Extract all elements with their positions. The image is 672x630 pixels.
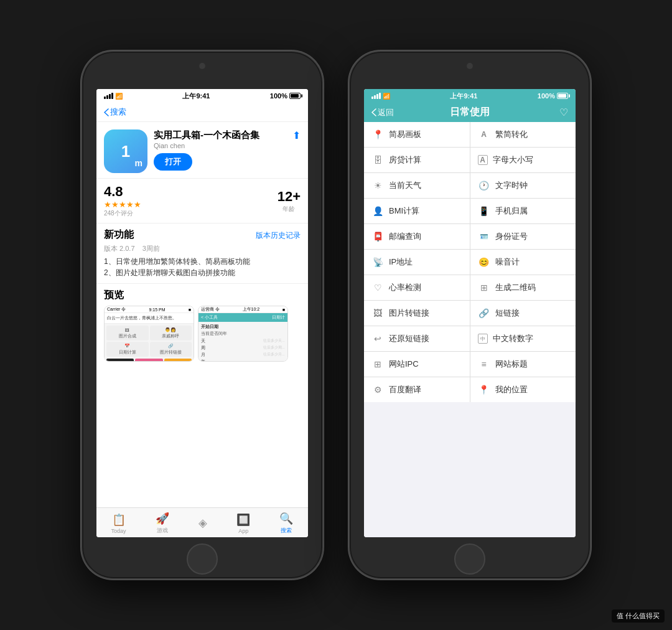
tools-grid: 📍 简易画板 A 繁简转化 🗄 房贷计算 A 字母大小写 ☀ 当前天 <box>364 122 576 402</box>
changelog-item-1: 1、日常使用增加繁简体转换、简易画板功能 <box>104 256 301 267</box>
tab-today[interactable]: 📋 Today <box>111 513 126 534</box>
tab-apps-middle[interactable]: ◈ <box>198 516 207 531</box>
thumb2-day: 天 <box>201 338 205 344</box>
tool-label-wangzhanbiaoti: 网站标题 <box>495 359 528 370</box>
tool-label-shenfenzhenghao: 身份证号 <box>495 231 528 242</box>
zaoyinji-icon: 😊 <box>478 256 490 268</box>
status-time-right: 上午9:41 <box>450 92 477 101</box>
age-number: 12+ <box>278 189 301 205</box>
battery-icon-right <box>557 93 568 99</box>
rating-left: 4.8 ★★★★★ 248个评分 <box>104 184 141 218</box>
tool-wenzishizhong[interactable]: 🕐 文字时钟 <box>470 173 576 198</box>
thumb2-header: < 小工具 日期计 <box>198 313 287 322</box>
app-developer: Qian chen <box>154 142 286 149</box>
favorite-icon[interactable]: ♡ <box>559 106 568 118</box>
new-features-section: 新功能 版本历史记录 版本 2.0.7 3周前 1、日常使用增加繁简体转换、简易… <box>96 223 308 284</box>
tool-erweima[interactable]: ⊞ 生成二维码 <box>470 275 576 300</box>
games-icon: 🚀 <box>156 512 169 525</box>
tools-list: 📍 简易画板 A 繁简转化 🗄 房贷计算 A 字母大小写 ☀ 当前天 <box>364 122 576 537</box>
rating-section: 4.8 ★★★★★ 248个评分 12+ 年龄 <box>96 179 308 223</box>
icon-label-1: 图片合成 <box>119 333 136 339</box>
tool-label-fangdaijisuan: 房贷计算 <box>389 154 421 166</box>
tool-shenfenzhenghao[interactable]: 🪪 身份证号 <box>470 224 576 249</box>
tool-fanjianzhuanhua[interactable]: A 繁简转化 <box>470 122 576 147</box>
tupianlianjie-icon: 🖼 <box>371 307 384 319</box>
tool-label-wenzishizhong: 文字时钟 <box>495 180 528 191</box>
tab-app-label: App <box>238 528 248 534</box>
tool-label-tupianlianjie: 图片转链接 <box>389 308 429 319</box>
tool-shoujiguishu[interactable]: 📱 手机归属 <box>470 199 576 223</box>
thumb-status-1: Carrier 令 9:15 PM ■ <box>105 306 194 313</box>
battery-pct: 100% <box>270 92 287 100</box>
status-bar-right: 📶 上午9:41 100% <box>364 89 576 103</box>
thumb-status-2: 运营商 令 上午10:2 ■ <box>198 306 287 313</box>
status-left: 📶 <box>104 93 123 100</box>
icon-label-2: 亲戚称呼 <box>162 333 179 339</box>
thumb1-msg: 白云一片去悠悠，青枫浦上不胜愁。 <box>105 313 194 324</box>
thumb2-right: 日期计 <box>272 314 285 321</box>
tool-duanlianjie[interactable]: 🔗 短链接 <box>470 301 576 326</box>
tool-tupianlianjie[interactable]: 🖼 图片转链接 <box>364 301 470 326</box>
app-info: 实用工具箱-一个木函合集 Qian chen 打开 <box>154 129 286 173</box>
tool-label-jianyihuaban: 简易画板 <box>389 129 421 140</box>
tool-wodeweizhi[interactable]: 📍 我的位置 <box>470 377 576 402</box>
open-button[interactable]: 打开 <box>154 153 192 171</box>
version-number: 版本 2.0.7 <box>104 245 135 252</box>
color-orange <box>164 359 192 362</box>
tool-wangzhanbiaoti[interactable]: ≡ 网站标题 <box>470 352 576 377</box>
tool-fangdaijisuan[interactable]: 🗄 房贷计算 <box>364 148 470 172</box>
duanlianjie-icon: 🔗 <box>478 307 490 319</box>
changelog: 1、日常使用增加繁简体转换、简易画板功能 2、图片处理新增聊天截图自动拼接功能 <box>104 256 301 278</box>
teal-back-button[interactable]: 返回 <box>371 107 394 118</box>
color-black <box>106 359 134 362</box>
signal-icon-right <box>371 93 381 99</box>
tool-jianyihuaban[interactable]: 📍 简易画板 <box>364 122 470 147</box>
back-button[interactable]: 搜索 <box>104 106 126 118</box>
tab-today-label: Today <box>111 528 126 534</box>
thumb2-month: 月 <box>201 352 205 358</box>
tool-baidufanyi[interactable]: ⚙ 百度翻译 <box>364 377 470 402</box>
tool-xinlvjiance[interactable]: ♡ 心率检测 <box>364 275 470 300</box>
shenfenzhenghao-icon: 🪪 <box>478 230 490 243</box>
thumb-icon-2: 👨‍👩亲戚称呼 <box>150 326 192 341</box>
thumb1-carrier: Carrier 令 <box>107 306 126 313</box>
tab-search[interactable]: 🔍 搜索 <box>279 512 293 535</box>
wifi-icon-right: 📶 <box>383 93 390 100</box>
tool-label-duanlianjie: 短链接 <box>495 308 520 319</box>
tool-zaoyinji[interactable]: 😊 噪音计 <box>470 250 576 275</box>
app-icon: 1 m <box>104 129 147 173</box>
tab-games[interactable]: 🚀 游戏 <box>156 512 169 535</box>
tool-label-ipc: 网站IPC <box>389 359 419 370</box>
thumb-icon-4: 🔗图片转链接 <box>150 342 192 357</box>
thumb2-label: 开始日期 当前是否闰年 天往后多少天... 周往后多少周... 月往后多少月..… <box>198 322 287 362</box>
share-icon[interactable]: ⬆ <box>292 129 301 141</box>
baidufanyi-icon: ⚙ <box>371 383 384 396</box>
tool-youbianchaxun[interactable]: 📮 邮编查询 <box>364 224 470 249</box>
tool-bmi[interactable]: 👤 BMI计算 <box>364 199 470 223</box>
tool-huanyuan[interactable]: ↩ 还原短链接 <box>364 326 470 351</box>
battery-pct-right: 100% <box>538 92 555 100</box>
rating-right: 12+ 年龄 <box>278 189 301 214</box>
tool-dangqiantianqi[interactable]: ☀ 当前天气 <box>364 173 470 198</box>
tool-ip[interactable]: 📡 IP地址 <box>364 250 470 275</box>
home-button-right[interactable] <box>454 543 485 575</box>
tool-label-wodeweizhi: 我的位置 <box>495 384 528 395</box>
tool-label-youbianchaxun: 邮编查询 <box>389 231 421 242</box>
status-right: 100% <box>270 92 301 100</box>
left-phone: 📶 上午9:41 100% 搜索 1 m <box>81 50 324 580</box>
tab-search-label: 搜索 <box>281 527 292 535</box>
section-header: 新功能 版本历史记录 <box>104 228 301 242</box>
thumb2-day-row: 天往后多少天... <box>201 338 285 344</box>
erweima-icon: ⊞ <box>478 281 490 294</box>
tool-zhongwenzhushu[interactable]: 中 中文转数字 <box>470 326 576 351</box>
tool-label-xinlvjiance: 心率检测 <box>389 282 421 293</box>
home-button-left[interactable] <box>187 543 218 575</box>
right-phone: 📶 上午9:41 100% 返回 日常使用 ♡ <box>348 50 591 580</box>
tool-zimudaxiaoxie[interactable]: A 字母大小写 <box>470 148 576 172</box>
thumb-icon-3: 📅日期计算 <box>106 342 149 357</box>
fangdaijisuan-icon: 🗄 <box>371 154 384 166</box>
tool-ipc[interactable]: ⊞ 网站IPC <box>364 352 470 377</box>
tab-app[interactable]: 🔲 App <box>236 513 250 534</box>
icon-label-4: 图片转链接 <box>160 349 182 355</box>
version-history-link[interactable]: 版本历史记录 <box>256 230 301 241</box>
